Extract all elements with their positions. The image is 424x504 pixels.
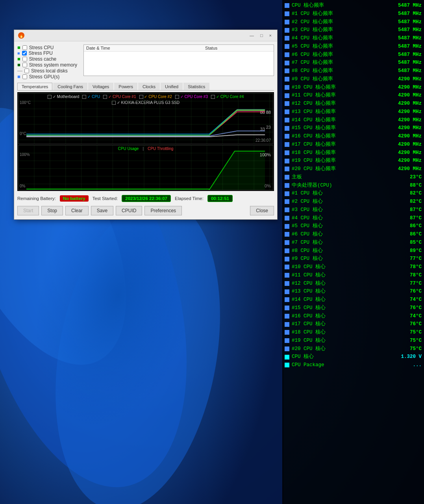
sensor-label: #13 CPU 核心 [292, 288, 326, 295]
sensor-value: 82°C [386, 198, 422, 206]
sensor-icon [285, 28, 289, 33]
legend-core3: ✓ CPU Core #3 [175, 94, 208, 99]
clear-button[interactable]: Clear [65, 206, 89, 215]
sensor-label: #7 CPU 核心 [292, 239, 323, 246]
cpuid-button[interactable]: CPUID [116, 206, 142, 215]
sensor-label: #5 CPU 核心 [292, 222, 323, 230]
title-bar-controls[interactable]: — □ × [248, 33, 273, 38]
save-button[interactable]: Save [91, 206, 113, 215]
test-started-label: Test Started: [93, 196, 118, 201]
sensor-row: #4 CPU 核心频率 5487 MHz [285, 34, 422, 43]
stress-fpu-option[interactable]: ■ Stress FPU [17, 50, 80, 56]
sensor-icon [285, 183, 289, 188]
sensor-row: #17 CPU 核心 76°C [285, 320, 422, 328]
sensor-row: CPU 核心 1.320 V [285, 353, 422, 361]
stress-disks-checkbox[interactable] [24, 69, 29, 73]
sensor-label: #8 CPU 核心 [292, 247, 323, 255]
close-window-button[interactable]: Close [250, 206, 274, 215]
battery-value: No battery [60, 195, 89, 202]
sensor-label-area: CPU Package [285, 361, 386, 369]
stress-disks-option[interactable]: — Stress local disks [17, 68, 80, 74]
stress-cache-label: Stress cache [29, 56, 56, 62]
sensor-row: #16 CPU 核心频率 4290 MHz [285, 132, 422, 141]
sensor-label: #9 CPU 核心频率 [292, 76, 333, 83]
stress-options: ■ Stress CPU ■ Stress FPU ■ Stress cache… [17, 44, 80, 80]
sensor-label: #16 CPU 核心 [292, 313, 326, 320]
tab-voltages[interactable]: Voltages [88, 83, 113, 90]
stress-gpu-option[interactable]: ■ Stress GPU(s) [17, 74, 80, 80]
elapsed-value: 00:12:51 [207, 195, 233, 202]
stress-memory-checkbox[interactable] [22, 63, 27, 67]
sensor-row: #10 CPU 核心 78°C [285, 263, 422, 271]
sensor-value: 5487 MHz [386, 67, 422, 75]
close-button[interactable]: × [268, 33, 273, 38]
sensor-value: 74°C [386, 313, 422, 320]
sensor-value: 89°C [386, 247, 422, 255]
sensor-label: 中央处理器(CPU) [292, 182, 332, 189]
sensor-row: #14 CPU 核心频率 4290 MHz [285, 116, 422, 124]
stress-gpu-checkbox[interactable] [22, 74, 27, 79]
sensor-row: #18 CPU 核心频率 4290 MHz [285, 149, 422, 157]
sensor-label: #16 CPU 核心频率 [292, 133, 336, 140]
stress-cpu-checkbox[interactable] [22, 45, 27, 50]
sensor-value: 4290 MHz [386, 76, 422, 83]
sensor-label-area: #17 CPU 核心 [285, 321, 386, 328]
sensor-icon [285, 297, 289, 302]
sensor-value: 4290 MHz [386, 157, 422, 165]
sensor-row: #5 CPU 核心 86°C [285, 222, 422, 230]
legend-cpu: ✓ CPU [82, 94, 100, 99]
tab-statistics[interactable]: Statistics [183, 83, 209, 90]
sensor-icon [285, 224, 289, 229]
stress-cpu-option[interactable]: ■ Stress CPU [17, 44, 80, 50]
app-icon: 🔥 [18, 32, 24, 39]
log-row [84, 52, 274, 54]
tab-unified[interactable]: Unified [161, 83, 183, 90]
aida64-window: 🔥 — □ × ■ Stress CPU ■ Stress FPU [14, 30, 278, 220]
preferences-button[interactable]: Preferences [144, 206, 182, 215]
sensor-label: #2 CPU 核心 [292, 198, 323, 206]
sensor-value: 4290 MHz [386, 124, 422, 132]
sensor-value: 75°C [386, 329, 422, 336]
minimize-button[interactable]: — [248, 33, 256, 38]
stress-cache-checkbox[interactable] [22, 57, 27, 61]
sensor-value: ... [386, 361, 422, 369]
start-button[interactable]: Start [17, 206, 39, 215]
sensor-icon [285, 191, 289, 196]
sensor-value: 85°C [386, 239, 422, 246]
legend-core4: ✓ CPU Core #4 [211, 94, 244, 99]
sensor-value: 4290 MHz [386, 117, 422, 124]
stress-memory-option[interactable]: ■ Stress system memory [17, 62, 80, 68]
log-header-datetime: Date & Time [84, 45, 203, 52]
maximize-button[interactable]: □ [259, 33, 265, 38]
bottom-buttons: Start Stop Clear Save CPUID Preferences … [17, 204, 274, 216]
tab-cooling-fans[interactable]: Cooling Fans [53, 83, 87, 90]
sensor-icon [285, 257, 289, 261]
window-content: ■ Stress CPU ■ Stress FPU ■ Stress cache… [14, 41, 277, 219]
stress-fpu-checkbox[interactable] [22, 51, 27, 56]
stress-cache-option[interactable]: ■ Stress cache [17, 56, 80, 62]
sensor-icon [285, 85, 289, 90]
sensor-label-area: #12 CPU 核心频率 [285, 100, 386, 107]
sensor-label: #7 CPU 核心频率 [292, 59, 333, 67]
tab-powers[interactable]: Powers [114, 83, 137, 90]
sensor-label-area: #7 CPU 核心频率 [285, 59, 386, 67]
sensor-value: 77°C [386, 280, 422, 287]
sensor-row: #11 CPU 核心 78°C [285, 271, 422, 280]
tab-clocks[interactable]: Clocks [138, 83, 160, 90]
sensor-label: #3 CPU 核心频率 [292, 26, 333, 34]
sensor-value: 88°C [386, 182, 422, 189]
sensor-label-area: #9 CPU 核心频率 [285, 76, 386, 83]
stop-button[interactable]: Stop [41, 206, 63, 215]
sensor-rows: CPU 核心频率 5487 MHz #1 CPU 核心频率 5487 MHz #… [285, 2, 422, 369]
log-area: Date & Time Status [83, 44, 274, 80]
sensor-label-area: #7 CPU 核心 [285, 239, 386, 246]
sensor-label: #5 CPU 核心频率 [292, 43, 333, 50]
sensor-row: #4 CPU 核心 87°C [285, 214, 422, 222]
sensor-label: #4 CPU 核心频率 [292, 35, 333, 42]
sensor-icon [285, 314, 289, 319]
sensor-label: #19 CPU 核心 [292, 337, 326, 345]
tab-temperatures[interactable]: Temperatures [17, 83, 52, 90]
sensor-value: 5487 MHz [386, 19, 422, 26]
sensor-icon [285, 273, 289, 278]
sensor-label: #1 CPU 核心频率 [292, 10, 333, 18]
